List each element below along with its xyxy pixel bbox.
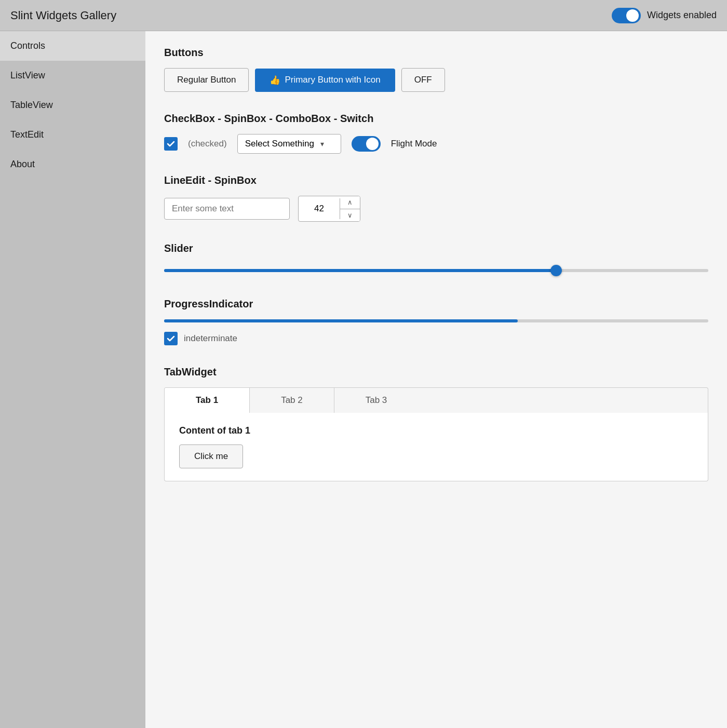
tab-content: Content of tab 1 Click me (164, 413, 708, 481)
progress-bar-fill (164, 319, 518, 322)
header-right: Widgets enabled (612, 8, 717, 23)
regular-button[interactable]: Regular Button (164, 68, 249, 92)
lineedit-title: LineEdit - SpinBox (164, 174, 708, 186)
buttons-section: Buttons Regular Button 👍 Primary Button … (164, 47, 708, 92)
chevron-down-icon: ▾ (320, 140, 324, 148)
progress-title: ProgressIndicator (164, 298, 708, 310)
combobox-value: Select Something (245, 139, 314, 149)
sidebar-item-about[interactable]: About (0, 150, 145, 179)
widgets-enabled-toggle[interactable] (612, 8, 641, 23)
widgets-enabled-label: Widgets enabled (647, 10, 717, 21)
slider-thumb[interactable] (550, 265, 562, 276)
indeterminate-checkmark-icon (167, 334, 175, 343)
tab-section-title: TabWidget (164, 366, 708, 378)
checkbox-section-title: CheckBox - SpinBox - ComboBox - Switch (164, 113, 708, 125)
toggle-knob (626, 9, 639, 22)
tab-content-title: Content of tab 1 (179, 425, 693, 436)
slider-title: Slider (164, 242, 708, 254)
tab-bar: Tab 1 Tab 2 Tab 3 (164, 387, 708, 413)
main-layout: Controls ListView TableView TextEdit Abo… (0, 31, 727, 728)
sidebar-item-listview[interactable]: ListView (0, 61, 145, 90)
primary-button-label: Primary Button with Icon (285, 75, 380, 85)
header: Slint Widgets Gallery Widgets enabled (0, 0, 727, 31)
slider-section: Slider (164, 242, 708, 277)
indeterminate-checkbox[interactable] (164, 332, 178, 345)
slider-track (164, 269, 708, 272)
tab-3[interactable]: Tab 3 (334, 388, 419, 413)
sidebar-item-controls[interactable]: Controls (0, 31, 145, 61)
flight-toggle-knob (366, 138, 379, 150)
spinbox-buttons: ∧ ∨ (340, 196, 360, 221)
progress-bar-container (164, 319, 708, 322)
sidebar-item-tableview[interactable]: TableView (0, 90, 145, 120)
spinbox-decrement-button[interactable]: ∨ (340, 209, 360, 222)
checkbox-label: (checked) (188, 139, 227, 149)
flight-mode-label: Flight Mode (391, 139, 437, 149)
spinbox-value: 42 (299, 198, 340, 219)
checkbox-section: CheckBox - SpinBox - ComboBox - Switch (… (164, 113, 708, 154)
buttons-row: Regular Button 👍 Primary Button with Ico… (164, 68, 708, 92)
progress-section: ProgressIndicator indeterminate (164, 298, 708, 345)
slider-container (164, 264, 708, 277)
primary-button[interactable]: 👍 Primary Button with Icon (255, 69, 395, 92)
app-title: Slint Widgets Gallery (10, 9, 116, 22)
tab-1[interactable]: Tab 1 (165, 388, 250, 413)
spinbox: 42 ∧ ∨ (298, 196, 360, 222)
checkbox-checked[interactable] (164, 137, 178, 151)
progress-row: indeterminate (164, 332, 708, 345)
buttons-title: Buttons (164, 47, 708, 59)
checkmark-icon (167, 140, 175, 148)
lineedit-section: LineEdit - SpinBox 42 ∧ ∨ (164, 174, 708, 222)
combobox[interactable]: Select Something ▾ (237, 134, 341, 154)
slider-fill (164, 269, 556, 272)
lineedit-row: 42 ∧ ∨ (164, 196, 708, 222)
content-area: Buttons Regular Button 👍 Primary Button … (145, 31, 727, 728)
sidebar: Controls ListView TableView TextEdit Abo… (0, 31, 145, 728)
checkbox-controls-row: (checked) Select Something ▾ Flight Mode (164, 134, 708, 154)
thumbs-up-icon: 👍 (270, 75, 280, 86)
tab-2[interactable]: Tab 2 (250, 388, 334, 413)
sidebar-item-textedit[interactable]: TextEdit (0, 120, 145, 150)
indeterminate-label: indeterminate (184, 333, 237, 344)
off-button[interactable]: OFF (401, 68, 445, 92)
line-edit-input[interactable] (164, 198, 290, 220)
spinbox-increment-button[interactable]: ∧ (340, 196, 360, 209)
flight-mode-toggle[interactable] (352, 136, 381, 152)
click-me-button[interactable]: Click me (179, 444, 243, 468)
tab-section: TabWidget Tab 1 Tab 2 Tab 3 Content of t… (164, 366, 708, 481)
